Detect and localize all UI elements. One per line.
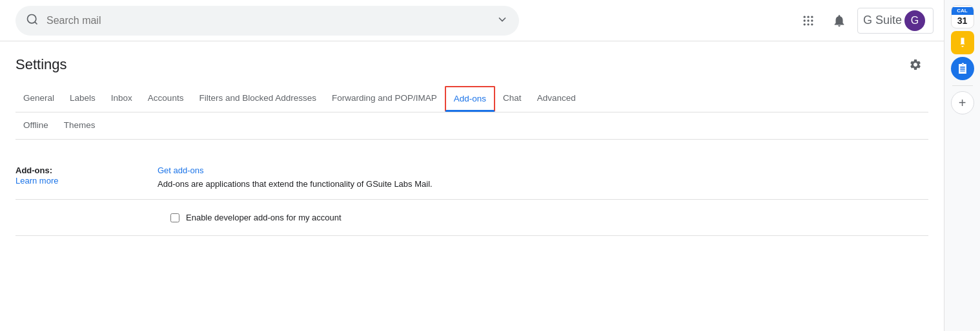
- calendar-icon[interactable]: CAL 31: [951, 5, 974, 28]
- developer-checkbox[interactable]: [170, 213, 179, 222]
- gsuite-text: G Suite: [863, 14, 902, 27]
- tabs-row-1: General Labels Inbox Accounts Filters an…: [15, 85, 928, 112]
- right-sidebar: CAL 31 +: [944, 0, 980, 331]
- developer-row: Enable developer add-ons for my account: [15, 200, 928, 236]
- tab-inbox[interactable]: Inbox: [103, 85, 140, 112]
- tab-offline[interactable]: Offline: [15, 112, 56, 140]
- svg-point-5: [803, 19, 805, 21]
- tab-addons[interactable]: Add-ons: [445, 86, 495, 112]
- svg-point-3: [807, 16, 809, 17]
- settings-header: Settings: [15, 52, 928, 78]
- search-wrapper: [5, 1, 795, 41]
- top-right: G Suite G: [795, 8, 939, 34]
- addons-section-row: Add-ons: Learn more Get add-ons Add-ons …: [15, 155, 928, 200]
- top-bar: G Suite G: [0, 0, 944, 41]
- section-label: Add-ons: Learn more: [15, 166, 158, 189]
- keep-icon[interactable]: [951, 31, 974, 54]
- add-app-button[interactable]: +: [951, 91, 974, 114]
- search-input[interactable]: [46, 15, 488, 27]
- tab-advanced[interactable]: Advanced: [529, 85, 584, 112]
- settings-area: Settings General Labels Inbox Accounts F…: [0, 41, 944, 331]
- page-title: Settings: [15, 56, 67, 73]
- developer-checkbox-text: Enable developer add-ons for my account: [186, 213, 342, 222]
- apps-button[interactable]: [795, 8, 821, 34]
- svg-point-7: [811, 19, 813, 21]
- svg-point-4: [811, 16, 813, 17]
- calendar-day-number: 31: [957, 15, 968, 27]
- search-bar[interactable]: [15, 6, 519, 36]
- tabs-row-2: Offline Themes: [15, 112, 928, 140]
- tab-filters[interactable]: Filters and Blocked Addresses: [191, 85, 324, 112]
- developer-checkbox-label[interactable]: Enable developer add-ons for my account: [170, 213, 342, 222]
- get-addons-link[interactable]: Get add-ons: [158, 166, 928, 175]
- sidebar-divider: [952, 85, 973, 86]
- tab-labels[interactable]: Labels: [62, 85, 103, 112]
- search-icon: [26, 13, 39, 28]
- gear-button[interactable]: [903, 52, 928, 78]
- tab-chat[interactable]: Chat: [495, 85, 529, 112]
- notifications-button[interactable]: [826, 8, 852, 34]
- tab-themes[interactable]: Themes: [56, 112, 103, 140]
- tab-general[interactable]: General: [15, 85, 62, 112]
- gsuite-badge[interactable]: G Suite G: [857, 8, 934, 34]
- tab-accounts[interactable]: Accounts: [140, 85, 192, 112]
- svg-point-9: [807, 23, 809, 25]
- tab-forwarding[interactable]: Forwarding and POP/IMAP: [324, 85, 445, 112]
- main-content: G Suite G Settings General Labels Inbox …: [0, 0, 944, 331]
- svg-point-2: [803, 16, 805, 17]
- calendar-month-label: CAL: [952, 7, 974, 16]
- learn-more-link[interactable]: Learn more: [15, 176, 58, 186]
- chevron-down-icon: [496, 13, 509, 28]
- svg-point-6: [807, 19, 809, 21]
- svg-line-1: [35, 22, 37, 25]
- addons-body: Get add-ons Add-ons are applications tha…: [158, 166, 928, 189]
- svg-point-8: [803, 23, 805, 25]
- addons-description: Add-ons are applications that extend the…: [158, 179, 928, 189]
- svg-point-10: [811, 23, 813, 25]
- tasks-icon[interactable]: [951, 57, 974, 80]
- addons-label-title: Add-ons:: [15, 166, 158, 175]
- svg-point-0: [28, 15, 36, 23]
- avatar: G: [904, 10, 925, 31]
- content-section: Add-ons: Learn more Get add-ons Add-ons …: [15, 140, 928, 251]
